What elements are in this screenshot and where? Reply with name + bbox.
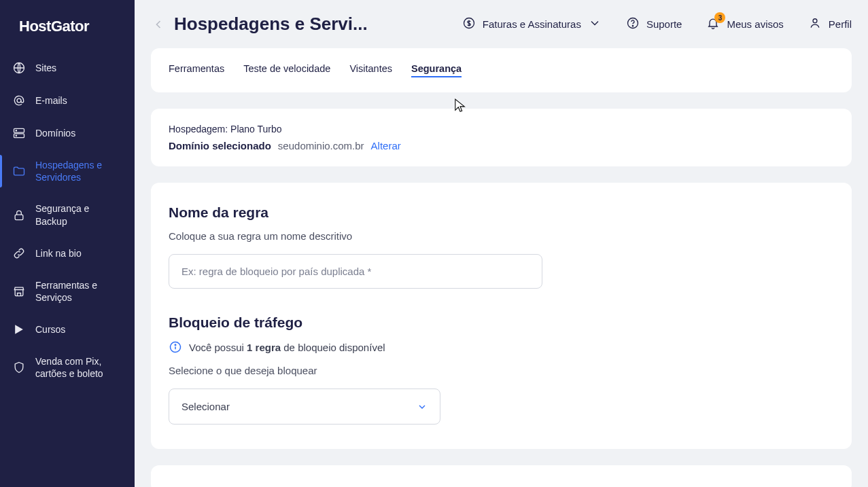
billing-label: Faturas e Assinaturas <box>483 18 581 30</box>
block-select[interactable]: Selecionar <box>169 389 440 425</box>
sidebar-nav: Sites E-mails Domínios Hospedagens e Ser… <box>0 52 135 390</box>
lock-icon <box>12 209 26 222</box>
domain-value: seudominio.com.br <box>278 140 364 151</box>
sidebar-item-label: Segurança e Backup <box>35 202 122 227</box>
block-title: Bloqueio de tráfego <box>169 314 834 331</box>
chevron-down-icon <box>417 401 428 412</box>
sidebar-item-label: Cursos <box>35 323 122 336</box>
globe-icon <box>12 61 26 75</box>
profile-label: Perfil <box>829 18 852 30</box>
link-icon <box>12 247 26 260</box>
svg-point-10 <box>813 19 817 23</box>
sidebar-item-hosting[interactable]: Hospedagens e Servidores <box>0 149 135 193</box>
brand-logo: HostGator <box>0 14 135 52</box>
svg-point-1 <box>17 98 21 103</box>
sidebar-item-linkbio[interactable]: Link na bio <box>0 237 135 270</box>
hosting-card: Hospedagem: Plano Turbo Domínio selecion… <box>151 109 852 166</box>
next-card <box>151 465 852 487</box>
sidebar-item-label: Ferramentas e Serviços <box>35 279 122 304</box>
block-info: Você possui 1 regra de bloqueio disponív… <box>169 340 834 354</box>
tabs-card: Ferramentas Teste de velocidade Visitant… <box>151 48 852 92</box>
sidebar-item-label: Link na bio <box>35 247 122 259</box>
sidebar: HostGator Sites E-mails Domínios <box>0 0 135 487</box>
tab-speedtest[interactable]: Teste de velocidade <box>243 63 330 77</box>
tab-visitors[interactable]: Visitantes <box>349 63 392 77</box>
store-icon <box>12 285 26 298</box>
svg-rect-6 <box>15 215 23 220</box>
tab-tools[interactable]: Ferramentas <box>169 63 224 77</box>
profile-link[interactable]: Perfil <box>808 16 852 32</box>
form-card: Nome da regra Coloque a sua regra um nom… <box>151 183 852 449</box>
notices-badge: 3 <box>714 12 725 23</box>
block-select-label: Selecione o que deseja bloquear <box>169 365 834 376</box>
sidebar-item-sites[interactable]: Sites <box>0 52 135 84</box>
svg-point-9 <box>632 26 633 26</box>
change-domain-link[interactable]: Alterar <box>371 140 401 151</box>
sidebar-item-courses[interactable]: Cursos <box>0 313 135 346</box>
play-icon <box>12 323 26 336</box>
sidebar-item-label: Venda com Pix, cartões e boleto <box>35 355 122 380</box>
support-label: Suporte <box>646 18 682 30</box>
at-icon <box>12 94 26 107</box>
notices-label: Meus avisos <box>727 18 783 30</box>
page-title: Hospedagens e Servi... <box>174 14 368 35</box>
block-select-value: Selecionar <box>181 401 230 412</box>
billing-link[interactable]: Faturas e Assinaturas <box>462 16 602 32</box>
hosting-domain-row: Domínio selecionado seudominio.com.br Al… <box>169 140 834 151</box>
folder-icon <box>12 164 26 178</box>
sidebar-item-domains[interactable]: Domínios <box>0 117 135 149</box>
chevron-down-icon <box>588 16 602 32</box>
sidebar-item-label: Sites <box>35 62 122 74</box>
back-button[interactable] <box>151 17 166 32</box>
title-wrap: Hospedagens e Servi... <box>151 14 368 35</box>
hosting-plan: Hospedagem: Plano Turbo <box>169 124 834 134</box>
sidebar-item-label: Domínios <box>35 127 122 139</box>
dollar-icon <box>462 16 476 32</box>
domain-label: Domínio selecionado <box>169 140 271 151</box>
sidebar-item-sell[interactable]: Venda com Pix, cartões e boleto <box>0 346 135 389</box>
bell-icon: 3 <box>706 16 720 32</box>
sidebar-item-security[interactable]: Segurança e Backup <box>0 193 135 236</box>
content: Ferramentas Teste de velocidade Visitant… <box>135 48 868 487</box>
block-section: Bloqueio de tráfego Você possui 1 regra … <box>169 314 834 425</box>
svg-point-4 <box>16 130 16 131</box>
rule-name-input[interactable] <box>169 254 542 289</box>
svg-point-12 <box>175 344 176 346</box>
topbar: Hospedagens e Servi... Faturas e Assinat… <box>135 0 868 48</box>
support-link[interactable]: Suporte <box>626 16 682 32</box>
svg-point-5 <box>16 135 16 136</box>
tabs: Ferramentas Teste de velocidade Visitant… <box>151 48 852 92</box>
shield-icon <box>12 361 26 374</box>
user-icon <box>808 16 822 32</box>
sidebar-item-emails[interactable]: E-mails <box>0 84 135 117</box>
sidebar-item-label: E-mails <box>35 94 122 107</box>
rule-title: Nome da regra <box>169 204 834 221</box>
top-links: Faturas e Assinaturas Suporte 3 <box>462 16 852 32</box>
main: Hospedagens e Servi... Faturas e Assinat… <box>135 0 868 487</box>
info-icon <box>169 340 182 354</box>
notices-link[interactable]: 3 Meus avisos <box>706 16 783 32</box>
block-info-text: Você possui 1 regra de bloqueio disponív… <box>189 342 385 353</box>
rule-subtitle: Coloque a sua regra um nome descritivo <box>169 230 834 242</box>
server-icon <box>12 126 26 140</box>
sidebar-item-label: Hospedagens e Servidores <box>35 159 122 183</box>
help-icon <box>626 16 640 32</box>
tab-security[interactable]: Segurança <box>411 63 462 77</box>
sidebar-item-tools[interactable]: Ferramentas e Serviços <box>0 270 135 313</box>
